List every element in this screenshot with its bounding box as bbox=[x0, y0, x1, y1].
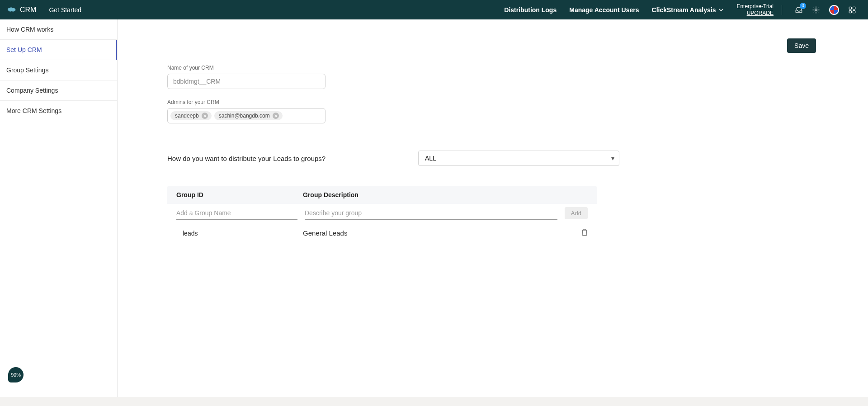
groups-head-id: Group ID bbox=[176, 191, 303, 198]
save-button[interactable]: Save bbox=[787, 38, 816, 53]
divider bbox=[782, 5, 782, 15]
get-started-link[interactable]: Get Started bbox=[49, 6, 81, 14]
crm-name-input[interactable] bbox=[167, 74, 326, 89]
header-bar: CRM Get Started Distribution Logs Manage… bbox=[0, 0, 868, 19]
admins-input[interactable]: sandeepb ✕ sachin@bangdb.com ✕ bbox=[167, 108, 326, 123]
distribute-question: How do you want to distribute your Leads… bbox=[167, 155, 418, 162]
svg-rect-2 bbox=[849, 7, 851, 9]
nav-clickstream-label: ClickStream Analysis bbox=[652, 6, 716, 14]
add-group-button[interactable]: Add bbox=[565, 207, 588, 219]
groups-section: Group ID Group Description Add leads Gen… bbox=[167, 186, 597, 237]
app-title: CRM bbox=[20, 6, 36, 14]
admin-chip-label: sachin@bangdb.com bbox=[219, 113, 270, 119]
admin-chip-label: sandeepb bbox=[175, 113, 199, 119]
svg-point-0 bbox=[815, 9, 817, 11]
avatar[interactable] bbox=[829, 5, 839, 15]
chevron-down-icon: ▾ bbox=[611, 155, 614, 162]
delete-group-icon[interactable] bbox=[561, 229, 588, 237]
crm-name-label: Name of your CRM bbox=[167, 65, 619, 71]
bottom-bar bbox=[0, 397, 868, 406]
gear-icon[interactable] bbox=[812, 6, 820, 14]
nav-clickstream[interactable]: ClickStream Analysis bbox=[652, 6, 724, 14]
group-row-desc: General Leads bbox=[303, 229, 561, 237]
trial-name: Enterprise-Trial bbox=[736, 3, 774, 9]
admin-chip: sandeepb ✕ bbox=[170, 111, 212, 120]
logo-area: CRM bbox=[7, 6, 36, 14]
trial-box: Enterprise-Trial UPGRADE bbox=[736, 3, 774, 16]
groups-header: Group ID Group Description bbox=[167, 186, 597, 204]
svg-rect-4 bbox=[849, 10, 851, 13]
main-panel: Save Name of your CRM Admins for your CR… bbox=[118, 19, 868, 406]
chip-remove-icon[interactable]: ✕ bbox=[273, 113, 279, 119]
chevron-down-icon bbox=[718, 7, 724, 13]
admins-label: Admins for your CRM bbox=[167, 99, 619, 105]
svg-rect-5 bbox=[853, 10, 855, 13]
nav-manage-users[interactable]: Manage Account Users bbox=[569, 6, 639, 14]
sidebar: How CRM works Set Up CRM Group Settings … bbox=[0, 19, 118, 406]
apps-icon[interactable] bbox=[848, 6, 856, 14]
distribute-select[interactable]: ALL ▾ bbox=[418, 151, 619, 166]
group-desc-input[interactable] bbox=[305, 207, 557, 220]
brain-icon bbox=[7, 7, 16, 13]
nav-links: Distribution Logs Manage Account Users C… bbox=[504, 6, 724, 14]
chip-remove-icon[interactable]: ✕ bbox=[202, 113, 208, 119]
group-id-input[interactable] bbox=[176, 207, 297, 220]
sidebar-item-group-settings[interactable]: Group Settings bbox=[0, 60, 117, 80]
progress-pill[interactable]: 90% bbox=[8, 367, 24, 382]
upgrade-link[interactable]: UPGRADE bbox=[736, 10, 774, 16]
group-row-id: leads bbox=[176, 230, 303, 237]
sidebar-item-more-settings[interactable]: More CRM Settings bbox=[0, 101, 117, 121]
groups-head-desc: Group Description bbox=[303, 191, 561, 198]
inbox-icon[interactable]: 0 bbox=[795, 6, 803, 14]
sidebar-item-company-settings[interactable]: Company Settings bbox=[0, 80, 117, 101]
nav-distribution-logs[interactable]: Distribution Logs bbox=[504, 6, 557, 14]
distribute-value: ALL bbox=[425, 155, 436, 162]
sidebar-item-how-works[interactable]: How CRM works bbox=[0, 19, 117, 40]
svg-rect-3 bbox=[853, 7, 855, 9]
inbox-badge: 0 bbox=[800, 3, 806, 9]
group-row: leads General Leads bbox=[167, 221, 597, 237]
admin-chip: sachin@bangdb.com ✕ bbox=[214, 111, 283, 120]
sidebar-item-setup[interactable]: Set Up CRM bbox=[0, 40, 117, 60]
